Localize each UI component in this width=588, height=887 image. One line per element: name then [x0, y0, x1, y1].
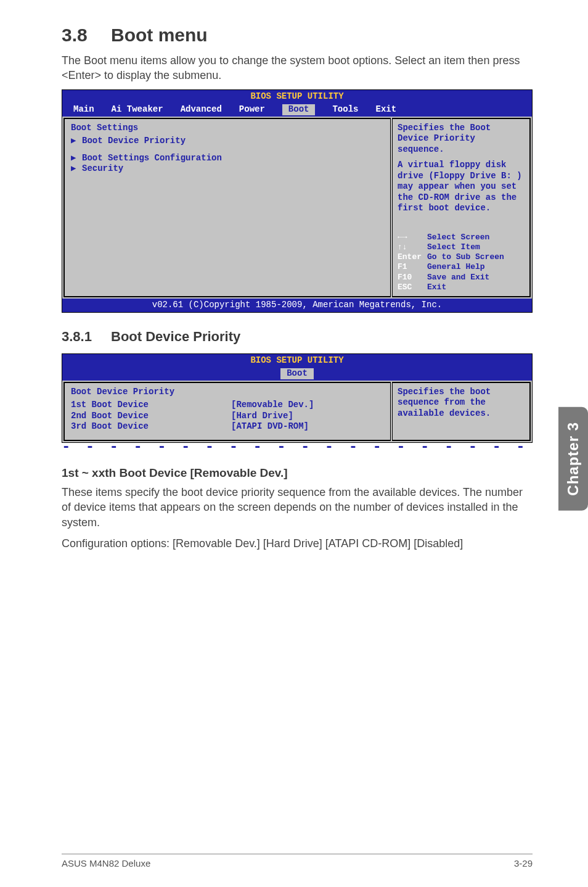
key-esc: ESC [398, 283, 427, 292]
submenu-arrow-icon: ▶ [71, 136, 82, 147]
bios-header: BIOS SETUP UTILITY [62, 354, 532, 368]
help-text-top: Specifies the Boot Device Priority seque… [398, 123, 525, 155]
bios-tab-bar: Main Ai Tweaker Advanced Power Boot Tool… [62, 103, 532, 117]
bios-tab-bar: Boot [62, 367, 532, 381]
paragraph-body-1: These items specify the boot device prio… [62, 485, 533, 530]
paragraph-body-2: Configuration options: [Removable Dev.] … [62, 536, 533, 551]
subsection-heading: 3.8.1Boot Device Priority [62, 329, 533, 345]
tab-boot[interactable]: Boot [280, 368, 314, 379]
section-number: 3.8 [62, 25, 111, 46]
key-arrows-lr: ←→ [398, 233, 427, 242]
bios-help-pane: Specifies the Boot Device Priority seque… [392, 118, 531, 298]
bios-content-pane: Boot Device Priority 1st Boot Device [Re… [63, 382, 391, 441]
tab-main[interactable]: Main [73, 104, 94, 115]
bios-content-pane: Boot Settings ▶Boot Device Priority ▶Boo… [63, 118, 391, 298]
menu-item-boot-device-priority[interactable]: ▶Boot Device Priority [71, 136, 384, 147]
submenu-arrow-icon: ▶ [71, 163, 82, 175]
help-text-mid: A virtual floppy disk drive (Floppy Driv… [398, 160, 525, 214]
bios-footer: v02.61 (C)Copyright 1985-2009, American … [62, 299, 532, 312]
section-heading: 3.8Boot menu [62, 25, 533, 46]
help-key-legend: ←→Select Screen ↑↓Select Item EnterGo to… [398, 233, 525, 293]
tab-boot[interactable]: Boot [282, 104, 316, 115]
row-value: [ATAPI DVD-ROM] [231, 421, 309, 432]
submenu-arrow-icon: ▶ [71, 153, 82, 164]
menu-item-label: Boot Settings Configuration [82, 153, 222, 163]
section-title: Boot menu [111, 25, 208, 45]
key-enter: Enter [398, 252, 427, 262]
tab-tools[interactable]: Tools [332, 104, 358, 115]
key-desc: Save and Exit [427, 273, 489, 282]
boot-device-row-2[interactable]: 2nd Boot Device [Hard Drive] [71, 411, 384, 422]
key-desc: Exit [427, 283, 446, 292]
menu-item-boot-settings-config[interactable]: ▶Boot Settings Configuration [71, 153, 384, 164]
menu-item-security[interactable]: ▶Security [71, 163, 384, 175]
page-footer: ASUS M4N82 Deluxe 3-29 [62, 854, 533, 868]
subsection-number: 3.8.1 [62, 329, 111, 345]
menu-item-label: Security [82, 163, 123, 173]
group-title: Boot Settings [71, 123, 384, 134]
subsection-title: Boot Device Priority [111, 329, 240, 344]
key-desc: General Help [427, 262, 485, 271]
help-text: Specifies the boot sequence from the ava… [398, 387, 525, 419]
group-title: Boot Device Priority [71, 387, 384, 398]
row-label: 1st Boot Device [71, 400, 231, 411]
bios-help-pane: Specifies the boot sequence from the ava… [392, 382, 531, 441]
truncation-dashes: - - - - - - - - - - - - - - - - - - - - … [62, 443, 533, 452]
row-value: [Removable Dev.] [231, 400, 314, 411]
tab-advanced[interactable]: Advanced [181, 104, 222, 115]
bios-panel-boot-settings: BIOS SETUP UTILITY Main Ai Tweaker Advan… [62, 89, 533, 313]
key-f10: F10 [398, 273, 427, 283]
menu-item-label: Boot Device Priority [82, 136, 186, 146]
key-f1: F1 [398, 262, 427, 272]
boot-device-row-1[interactable]: 1st Boot Device [Removable Dev.] [71, 400, 384, 411]
boot-device-row-3[interactable]: 3rd Boot Device [ATAPI DVD-ROM] [71, 421, 384, 432]
key-desc: Go to Sub Screen [427, 252, 504, 262]
row-value: [Hard Drive] [231, 411, 293, 422]
bios-panel-boot-device-priority: BIOS SETUP UTILITY Boot Boot Device Prio… [62, 353, 533, 443]
chapter-side-tab: Chapter 3 [558, 407, 588, 511]
footer-right: 3-29 [514, 858, 533, 868]
key-desc: Select Screen [427, 233, 489, 242]
row-label: 2nd Boot Device [71, 411, 231, 422]
tab-ai-tweaker[interactable]: Ai Tweaker [112, 104, 163, 115]
key-desc: Select Item [427, 242, 480, 252]
intro-paragraph: The Boot menu items allow you to change … [62, 53, 533, 83]
tab-exit[interactable]: Exit [375, 104, 396, 115]
key-arrows-ud: ↑↓ [398, 242, 427, 252]
tab-power[interactable]: Power [239, 104, 265, 115]
footer-left: ASUS M4N82 Deluxe [62, 858, 150, 868]
row-label: 3rd Boot Device [71, 421, 231, 432]
paragraph-heading: 1st ~ xxth Boot Device [Removable Dev.] [62, 466, 533, 480]
bios-header: BIOS SETUP UTILITY [62, 90, 532, 104]
